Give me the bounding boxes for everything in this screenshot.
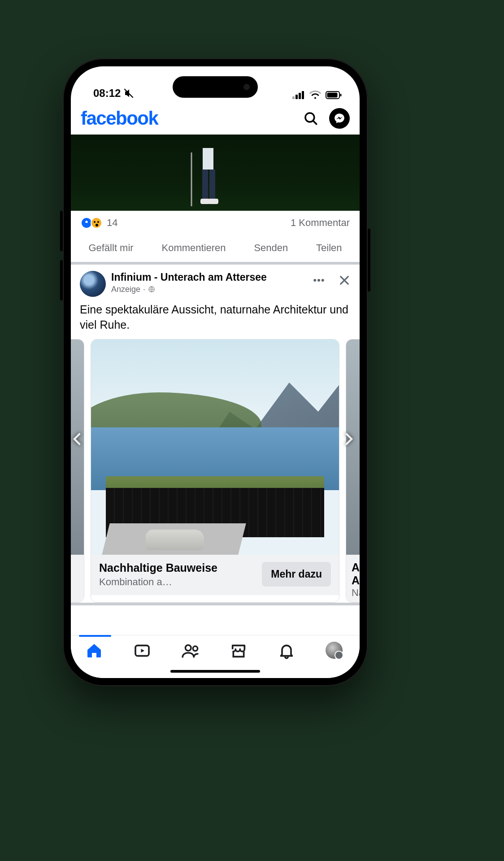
mute-icon xyxy=(123,88,134,99)
sponsored-post: Infinium - Unterach am Attersee Anzeige … xyxy=(71,265,360,605)
status-time: 08:12 xyxy=(93,87,121,100)
volume-up-button[interactable] xyxy=(60,211,63,251)
golfer-figure xyxy=(182,139,236,211)
peek-title: Ans xyxy=(352,561,358,574)
reaction-count: 14 xyxy=(107,217,117,229)
tab-menu[interactable] xyxy=(326,642,345,661)
svg-point-19 xyxy=(186,645,191,651)
carousel-prev-button[interactable] xyxy=(71,430,87,448)
chevron-right-icon xyxy=(341,428,356,450)
carousel-card-next-peek[interactable]: Ans Arc Nat xyxy=(346,339,360,603)
peek-line2: Arc xyxy=(352,574,358,587)
svg-rect-8 xyxy=(203,148,213,170)
svg-rect-3 xyxy=(302,91,304,99)
cellular-icon xyxy=(292,91,305,99)
peek-line3: Nat xyxy=(352,587,358,599)
watch-icon xyxy=(133,642,151,660)
svg-point-16 xyxy=(317,279,320,282)
carousel-card-prev-peek[interactable] xyxy=(71,339,84,603)
phone-frame: 08:12 xyxy=(63,58,368,686)
svg-rect-1 xyxy=(295,95,298,99)
dot-separator: · xyxy=(143,285,145,294)
post-copy: Eine spektakuläre Aussicht, naturnahe Ar… xyxy=(71,300,360,339)
wifi-icon xyxy=(309,91,321,100)
svg-rect-9 xyxy=(202,170,208,200)
svg-rect-5 xyxy=(327,93,338,98)
profile-avatar-icon xyxy=(326,642,343,659)
svg-rect-2 xyxy=(299,93,301,99)
svg-point-15 xyxy=(313,279,316,282)
battery-icon xyxy=(326,91,342,99)
prev-post-media[interactable] xyxy=(71,135,360,211)
prev-post-stats: 14 1 Kommentar xyxy=(71,211,360,235)
status-indicators xyxy=(292,91,342,100)
power-button[interactable] xyxy=(368,229,370,291)
share-button[interactable]: Teilen xyxy=(313,240,345,256)
search-button[interactable] xyxy=(300,108,321,129)
search-icon xyxy=(303,111,318,126)
send-button[interactable]: Senden xyxy=(250,240,291,256)
svg-point-20 xyxy=(193,646,198,651)
svg-rect-12 xyxy=(209,199,218,204)
page-avatar[interactable] xyxy=(80,271,106,297)
tab-home[interactable] xyxy=(85,642,105,661)
friends-icon xyxy=(181,642,201,660)
wow-reaction-icon xyxy=(91,217,102,229)
chevron-left-icon xyxy=(71,428,85,450)
reaction-summary[interactable]: 14 xyxy=(81,217,117,229)
card-title: Nachhaltige Bauweise xyxy=(99,561,217,574)
like-button[interactable]: Gefällt mir xyxy=(85,240,137,256)
sponsored-label: Anzeige xyxy=(111,285,140,294)
carousel-card-main[interactable]: Nachhaltige Bauweise Kombination a… Mehr… xyxy=(91,339,339,603)
volume-down-button[interactable] xyxy=(60,260,63,300)
dynamic-island xyxy=(173,76,258,98)
card-cta-button[interactable]: Mehr dazu xyxy=(262,562,331,587)
globe-icon xyxy=(148,286,155,293)
carousel[interactable]: Nachhaltige Bauweise Kombination a… Mehr… xyxy=(71,339,360,603)
home-indicator[interactable] xyxy=(170,670,260,673)
page-name[interactable]: Infinium - Unterach am Attersee xyxy=(111,271,312,284)
more-options-button[interactable] xyxy=(312,274,326,287)
tab-watch[interactable] xyxy=(133,642,153,661)
card-image xyxy=(91,339,339,555)
comment-count[interactable]: 1 Kommentar xyxy=(291,217,350,229)
messenger-button[interactable] xyxy=(329,108,350,129)
svg-point-17 xyxy=(322,279,324,282)
tab-marketplace[interactable] xyxy=(230,642,249,661)
screen: 08:12 xyxy=(71,66,360,678)
svg-rect-10 xyxy=(209,170,215,200)
facebook-logo[interactable]: facebook xyxy=(81,108,158,129)
dismiss-post-button[interactable] xyxy=(338,274,351,287)
tab-notifications[interactable] xyxy=(278,642,297,661)
comment-button[interactable]: Kommentieren xyxy=(158,240,229,256)
svg-rect-0 xyxy=(292,96,295,99)
marketplace-icon xyxy=(230,642,248,660)
messenger-icon xyxy=(334,113,345,124)
tab-friends[interactable] xyxy=(181,642,201,661)
home-icon xyxy=(85,642,103,660)
app-header: facebook xyxy=(71,102,360,135)
bell-icon xyxy=(278,642,295,660)
card-subtitle: Kombination a… xyxy=(99,576,216,588)
prev-post-actions: Gefällt mir Kommentieren Senden Teilen xyxy=(71,235,360,265)
carousel-next-button[interactable] xyxy=(339,430,358,448)
svg-rect-6 xyxy=(340,94,342,96)
